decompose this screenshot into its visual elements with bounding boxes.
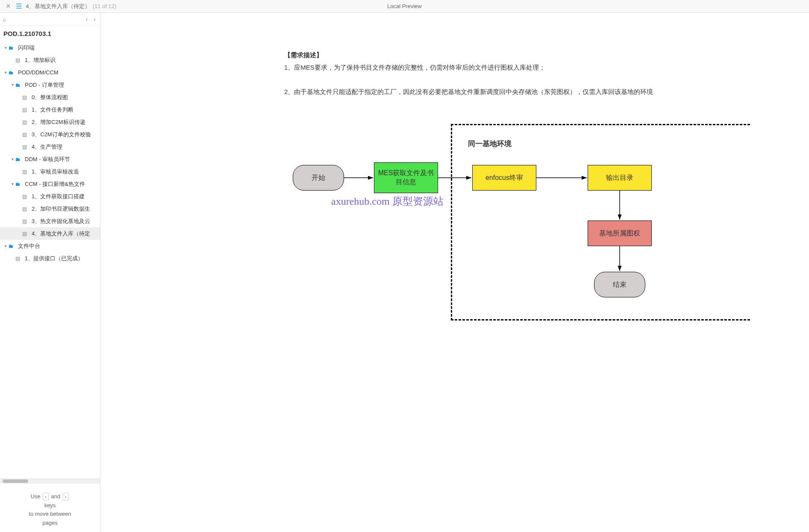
group-label: 同一基地环境 — [468, 139, 512, 149]
chevron-down-icon[interactable] — [9, 82, 15, 87]
page-tree: 闪印端1、增加标识POD/DDM/CCMPOD - 订单管理0、整体流程图1、文… — [0, 41, 100, 479]
tree-item-label: POD/DDM/CCM — [18, 69, 59, 76]
tree-folder[interactable]: CCM - 接口新增&热文件 — [0, 178, 100, 190]
tree-folder[interactable]: 闪印端 — [0, 41, 100, 54]
tree-item-label: 1、提供接口（已完成） — [25, 255, 83, 262]
page-counter: (11 of 12) — [90, 3, 117, 9]
page-title: 4、基地文件入库（待定） — [24, 3, 90, 10]
tree-item-label: 文件中台 — [18, 242, 40, 250]
tree-page[interactable]: 1、文件任务判断 — [0, 103, 100, 116]
topbar: × ☰ 4、基地文件入库（待定） (11 of 12) Local Previe… — [0, 0, 809, 13]
nav-hint: Use ‹ and › keys to move between pages — [0, 484, 100, 532]
menu-icon[interactable]: ☰ — [13, 2, 24, 10]
nav-next-icon[interactable]: › — [92, 15, 97, 24]
tree-item-label: 1、文件获取接口搭建 — [32, 193, 85, 200]
chevron-down-icon[interactable] — [9, 157, 15, 162]
tree-page[interactable]: 0、整体流程图 — [0, 91, 100, 103]
tree-page[interactable]: 1、提供接口（已完成） — [0, 252, 100, 265]
nav-prev-icon[interactable]: ‹ — [84, 15, 90, 24]
page-icon — [22, 231, 29, 237]
page-icon — [15, 256, 22, 262]
tree-item-label: 1、审核员审核改造 — [32, 168, 79, 176]
tree-page[interactable]: 1、文件获取接口搭建 — [0, 190, 100, 203]
page-icon — [22, 132, 29, 138]
tree-item-label: 2、增加C2M标识传递 — [32, 118, 85, 126]
page-icon — [22, 194, 29, 200]
tree-page[interactable]: 3、C2M订单的文件校验 — [0, 128, 100, 141]
node-start: 开始 — [293, 165, 344, 191]
tree-page[interactable]: 1、审核员审核改造 — [0, 165, 100, 178]
sidebar: ⌕ ‹ › POD.1.210703.1 闪印端1、增加标识POD/DDM/CC… — [0, 13, 100, 532]
tree-item-label: 1、增加标识 — [25, 56, 56, 64]
folder-icon — [9, 70, 15, 76]
tree-page[interactable]: 4、生产管理 — [0, 141, 100, 153]
page-icon — [22, 144, 29, 150]
flowchart: 同一基地环境 开始 MES获取文件及书目信息 enfocus终审 输出目录 基地… — [284, 124, 809, 532]
requirement-text: 【需求描述】 1、应MES要求，为了保持书目文件存储的完整性，仍需对终审后的文件… — [284, 49, 796, 98]
canvas: 【需求描述】 1、应MES要求，为了保持书目文件存储的完整性，仍需对终审后的文件… — [100, 13, 809, 532]
chevron-down-icon[interactable] — [9, 182, 15, 186]
tree-item-label: 闪印端 — [18, 44, 35, 52]
page-icon — [15, 57, 22, 63]
tree-item-label: DDM - 审核员环节 — [25, 156, 70, 163]
tree-item-label: 4、基地文件入库（待定 — [32, 230, 90, 238]
node-output: 输出目录 — [588, 165, 652, 191]
preview-label: Local Preview — [387, 3, 422, 9]
folder-icon — [15, 181, 22, 187]
tree-page[interactable]: 1、增加标识 — [0, 54, 100, 66]
close-icon[interactable]: × — [3, 2, 13, 11]
tree-folder[interactable]: 文件中台 — [0, 240, 100, 252]
tree-page[interactable]: 4、基地文件入库（待定 — [0, 227, 100, 240]
tree-folder[interactable]: DDM - 审核员环节 — [0, 153, 100, 165]
tree-page[interactable]: 3、热文件固化基地及云 — [0, 215, 100, 227]
tree-item-label: 4、生产管理 — [32, 143, 62, 151]
node-end: 结束 — [594, 272, 645, 297]
folder-icon — [15, 82, 22, 88]
page-icon — [22, 218, 29, 224]
chevron-down-icon[interactable] — [3, 70, 9, 75]
chevron-down-icon[interactable] — [3, 45, 9, 50]
node-mes: MES获取文件及书目信息 — [374, 162, 438, 193]
tree-item-label: 3、热文件固化基地及云 — [32, 218, 90, 225]
chevron-down-icon[interactable] — [3, 244, 9, 248]
folder-icon — [9, 243, 15, 249]
tree-page[interactable]: 2、加印书目逻辑数据生 — [0, 203, 100, 215]
folder-icon — [15, 156, 22, 162]
tree-item-label: POD - 订单管理 — [25, 81, 64, 89]
folder-icon — [9, 45, 15, 51]
project-title: POD.1.210703.1 — [0, 26, 100, 41]
tree-item-label: CCM - 接口新增&热文件 — [25, 180, 85, 188]
sidebar-toolbar: ⌕ ‹ › — [0, 13, 100, 26]
tree-folder[interactable]: POD - 订单管理 — [0, 79, 100, 91]
tree-item-label: 2、加印书目逻辑数据生 — [32, 205, 90, 213]
node-enfocus: enfocus终审 — [472, 165, 536, 191]
page-icon — [22, 169, 29, 175]
page-icon — [22, 107, 29, 113]
tree-item-label: 0、整体流程图 — [32, 94, 68, 101]
h-scrollbar[interactable] — [0, 479, 100, 484]
page-icon — [22, 206, 29, 212]
tree-page[interactable]: 2、增加C2M标识传递 — [0, 116, 100, 128]
search-icon[interactable]: ⌕ — [3, 16, 6, 23]
page-icon — [22, 119, 29, 125]
page-icon — [22, 94, 29, 100]
node-base: 基地所属图权 — [588, 220, 652, 246]
tree-folder[interactable]: POD/DDM/CCM — [0, 66, 100, 79]
watermark: axurehub.com 原型资源站 — [331, 194, 444, 208]
tree-item-label: 3、C2M订单的文件校验 — [32, 131, 91, 138]
tree-item-label: 1、文件任务判断 — [32, 106, 74, 114]
